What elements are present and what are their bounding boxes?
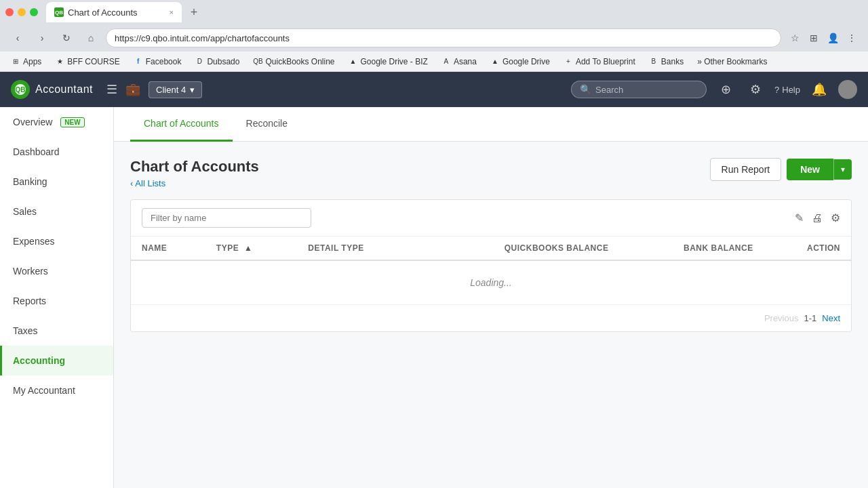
asana-bookmark-icon: A <box>441 57 451 66</box>
sidebar-item-banking[interactable]: Banking <box>0 167 113 197</box>
new-button-dropdown-arrow[interactable]: ▾ <box>833 159 852 180</box>
all-lists-link[interactable]: ‹ All Lists <box>130 178 259 188</box>
col-type[interactable]: TYPE ▲ <box>205 237 298 260</box>
overview-new-badge: NEW <box>60 117 84 127</box>
add-button[interactable]: ⊕ <box>715 79 736 100</box>
bff-course-bookmark-icon: ★ <box>55 57 64 66</box>
qb-logo-icon: QB <box>11 80 30 99</box>
search-input[interactable] <box>595 85 690 95</box>
col-type-label: TYPE <box>216 243 239 253</box>
previous-page-button[interactable]: Previous <box>764 313 799 323</box>
bookmark-bff-course[interactable]: ★ BFF COURSE <box>50 56 125 68</box>
hamburger-menu-icon[interactable]: ☰ <box>106 82 117 97</box>
sidebar-item-overview[interactable]: Overview NEW <box>0 107 113 137</box>
settings-table-icon[interactable]: ⚙ <box>831 211 840 224</box>
bookmark-bff-label: BFF COURSE <box>67 57 119 66</box>
sidebar-item-dashboard-label: Dashboard <box>13 146 60 157</box>
settings-icon[interactable]: ⚙ <box>745 79 766 100</box>
client-selector[interactable]: Client 4 ▾ <box>149 81 202 98</box>
new-button[interactable]: New <box>787 159 833 180</box>
tab-bar: QB Chart of Accounts × + <box>0 0 868 24</box>
bookmark-add-to-blueprint-label: Add To Blueprint <box>576 57 635 66</box>
page-header: Chart of Accounts ‹ All Lists Run Report… <box>130 158 852 188</box>
tab-reconcile[interactable]: Reconcile <box>233 107 301 142</box>
sidebar-item-expenses[interactable]: Expenses <box>0 226 113 256</box>
google-drive-bookmark-icon: ▲ <box>490 57 500 66</box>
banks-bookmark-icon: B <box>649 57 658 66</box>
new-tab-button[interactable]: + <box>184 3 203 22</box>
app: QB Accountant ☰ 💼 Client 4 ▾ 🔍 ⊕ ⚙ ? Hel… <box>0 72 868 488</box>
edit-columns-icon[interactable]: ✎ <box>795 211 804 224</box>
extensions-icon[interactable]: ⊞ <box>806 30 822 46</box>
col-qb-balance: QUICKBOOKS BALANCE <box>420 237 619 260</box>
sidebar-item-workers[interactable]: Workers <box>0 256 113 286</box>
table-body: Loading... <box>131 260 851 305</box>
bookmark-dubsado-label: Dubsado <box>207 57 239 66</box>
client-selector-chevron-icon: ▾ <box>190 85 195 95</box>
bookmark-add-to-blueprint[interactable]: + Add To Blueprint <box>558 56 641 68</box>
bookmark-google-drive-biz[interactable]: ▲ Google Drive - BIZ <box>343 56 433 68</box>
google-drive-biz-bookmark-icon: ▲ <box>349 57 358 66</box>
back-button[interactable]: ‹ <box>8 28 27 47</box>
nav-search-box[interactable]: 🔍 <box>571 81 707 98</box>
refresh-button[interactable]: ↻ <box>57 28 76 47</box>
table-toolbar: ✎ 🖨 ⚙ <box>131 200 851 237</box>
bookmark-banks[interactable]: B Banks <box>644 56 689 68</box>
page-actions: Run Report New ▾ <box>710 158 852 181</box>
bookmark-apps[interactable]: ⊞ Apps <box>5 56 47 68</box>
sidebar-item-reports[interactable]: Reports <box>0 286 113 316</box>
sidebar-item-overview-label: Overview <box>13 117 52 127</box>
run-report-button[interactable]: Run Report <box>710 158 782 181</box>
qb-logo: QB Accountant <box>11 80 93 99</box>
app-name-label: Accountant <box>35 83 93 96</box>
menu-icon[interactable]: ⋮ <box>844 30 860 46</box>
col-detail-type: DETAIL TYPE <box>297 237 420 260</box>
tab-chart-of-accounts[interactable]: Chart of Accounts <box>130 107 233 142</box>
next-page-button[interactable]: Next <box>822 313 840 323</box>
sidebar-item-sales-label: Sales <box>13 206 37 217</box>
sidebar-item-workers-label: Workers <box>13 266 48 277</box>
sidebar-item-dashboard[interactable]: Dashboard <box>0 137 113 167</box>
bookmark-apps-label: Apps <box>23 57 41 66</box>
bookmark-dubsado[interactable]: D Dubsado <box>189 56 245 68</box>
forward-button[interactable]: › <box>33 28 52 47</box>
browser-actions: ☆ ⊞ 👤 ⋮ <box>787 30 860 46</box>
bookmark-google-drive-label: Google Drive <box>502 57 550 66</box>
bookmark-quickbooks[interactable]: QB QuickBooks Online <box>248 56 340 68</box>
col-bank-balance: BANK BALANCE <box>619 237 764 260</box>
close-window-dot[interactable] <box>5 8 14 16</box>
browser-chrome: QB Chart of Accounts × + ‹ › ↻ ⌂ https:/… <box>0 0 868 72</box>
sidebar-item-expenses-label: Expenses <box>13 236 54 247</box>
sub-nav: Chart of Accounts Reconcile <box>114 107 868 142</box>
bookmark-facebook[interactable]: f Facebook <box>128 56 187 68</box>
active-tab[interactable]: QB Chart of Accounts × <box>46 2 182 22</box>
help-circle-icon: ? <box>774 85 779 95</box>
tab-chart-of-accounts-label: Chart of Accounts <box>144 118 219 129</box>
avatar[interactable] <box>838 80 857 99</box>
sidebar-item-accounting-label: Accounting <box>13 355 65 366</box>
bookmark-google-drive[interactable]: ▲ Google Drive <box>485 56 555 68</box>
bookmark-icon[interactable]: ☆ <box>787 30 803 46</box>
bookmark-other[interactable]: » Other Bookmarks <box>692 56 772 68</box>
sidebar-item-my-accountant[interactable]: My Accountant <box>0 375 113 405</box>
tab-close-button[interactable]: × <box>170 8 174 16</box>
bookmarks-bar: ⊞ Apps ★ BFF COURSE f Facebook D Dubsado… <box>0 52 868 72</box>
sidebar-item-sales[interactable]: Sales <box>0 197 113 226</box>
help-button[interactable]: ? Help <box>774 85 800 95</box>
sidebar-item-reports-label: Reports <box>13 296 46 306</box>
home-button[interactable]: ⌂ <box>81 28 100 47</box>
print-icon[interactable]: 🖨 <box>812 212 823 224</box>
bookmark-asana[interactable]: A Asana <box>436 56 482 68</box>
sidebar-item-taxes[interactable]: Taxes <box>0 316 113 346</box>
maximize-window-dot[interactable] <box>30 8 38 16</box>
sidebar-item-accounting[interactable]: Accounting <box>0 346 113 375</box>
minimize-window-dot[interactable] <box>18 8 26 16</box>
tab-reconcile-label: Reconcile <box>246 118 288 129</box>
notifications-icon[interactable]: 🔔 <box>808 79 830 100</box>
url-input[interactable]: https://c9.qbo.intuit.com/app/chartofacc… <box>106 28 781 47</box>
bookmark-facebook-label: Facebook <box>146 57 182 66</box>
pagination: Previous 1-1 Next <box>131 305 851 331</box>
briefcase-icon[interactable]: 💼 <box>125 82 140 97</box>
profile-icon[interactable]: 👤 <box>825 30 841 46</box>
filter-input[interactable] <box>142 208 311 228</box>
